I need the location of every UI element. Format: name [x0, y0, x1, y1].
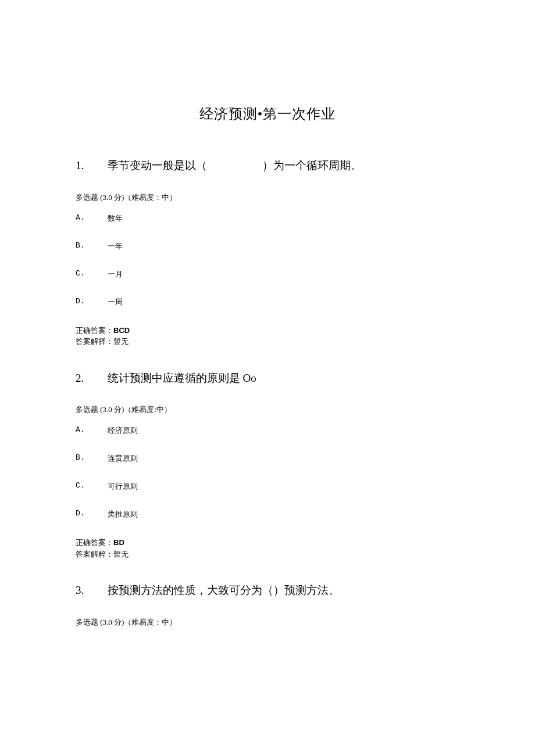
question-meta: 多选题 (3.0 分)（难易度：中）: [76, 192, 459, 203]
option-text: 一年: [108, 241, 123, 252]
answer-explain: 答案解择：暂无: [76, 336, 459, 347]
question-block: 1. 季节变动一般是以（ ）为一个循环周期。 多选题 (3.0 分)（难易度：中…: [76, 158, 459, 347]
option-text: 类推原则: [108, 509, 138, 519]
option-row: C. 一月: [76, 269, 459, 280]
options-list: A. 经济原则 B. 连贯原则 C. 可行原则 D. 类推原则: [76, 425, 459, 519]
option-letter: D.: [76, 509, 108, 519]
question-number: 1.: [76, 158, 105, 174]
question-block: 2. 统计预测中应遵循的原则是 Oo 多选题 (3.0 分)（难易度:中） A.…: [76, 371, 459, 560]
option-text: 可行原则: [108, 481, 138, 492]
answer-explain: 答案解粹：暂无: [76, 549, 459, 560]
option-row: D. 类推原则: [76, 509, 459, 519]
option-letter: A.: [76, 425, 108, 436]
answer-value: BD: [113, 538, 124, 547]
option-row: C. 可行原则: [76, 481, 459, 492]
question-body: 按预测方法的性质，大致可分为（）预测方法。: [108, 584, 340, 596]
option-text: 数年: [108, 213, 123, 224]
option-row: B. 一年: [76, 241, 459, 252]
answer-label: 正确答案：: [76, 326, 113, 335]
option-text: 一月: [108, 269, 123, 280]
option-row: D. 一周: [76, 297, 459, 307]
option-text: 经济原则: [108, 425, 138, 436]
document-page: 经济预测•第一次作业 1. 季节变动一般是以（ ）为一个循环周期。 多选题 (3…: [0, 0, 535, 628]
question-meta: 多选题 (3.0 分)（难易度：中）: [76, 617, 459, 628]
option-letter: B.: [76, 453, 108, 464]
option-row: A. 数年: [76, 213, 459, 224]
option-row: B. 连贯原则: [76, 453, 459, 464]
option-letter: C.: [76, 481, 108, 492]
option-letter: B.: [76, 241, 108, 252]
question-text: 1. 季节变动一般是以（ ）为一个循环周期。: [76, 158, 459, 174]
question-body: 季节变动一般是以（ ）为一个循环周期。: [108, 159, 362, 171]
options-list: A. 数年 B. 一年 C. 一月 D. 一周: [76, 213, 459, 307]
option-text: 一周: [108, 297, 123, 307]
answer-value: BCD: [113, 326, 130, 335]
page-title: 经济预测•第一次作业: [76, 105, 459, 123]
question-block: 3. 按预测方法的性质，大致可分为（）预测方法。 多选题 (3.0 分)（难易度…: [76, 583, 459, 628]
question-body: 统计预测中应遵循的原则是 Oo: [108, 372, 256, 384]
answer-block: 正确答案：BCD 答案解择：暂无: [76, 325, 459, 347]
option-letter: D.: [76, 297, 108, 307]
question-number: 2.: [76, 371, 105, 386]
option-letter: A.: [76, 213, 108, 224]
option-letter: C.: [76, 269, 108, 280]
question-text: 3. 按预测方法的性质，大致可分为（）预测方法。: [76, 583, 459, 599]
answer-block: 正确答案：BD 答案解粹：暂无: [76, 537, 459, 560]
answer-label: 正确答案：: [76, 538, 113, 547]
option-row: A. 经济原则: [76, 425, 459, 436]
question-number: 3.: [76, 583, 105, 599]
option-text: 连贯原则: [108, 453, 138, 464]
question-meta: 多选题 (3.0 分)（难易度:中）: [76, 404, 459, 415]
question-text: 2. 统计预测中应遵循的原则是 Oo: [76, 371, 459, 386]
